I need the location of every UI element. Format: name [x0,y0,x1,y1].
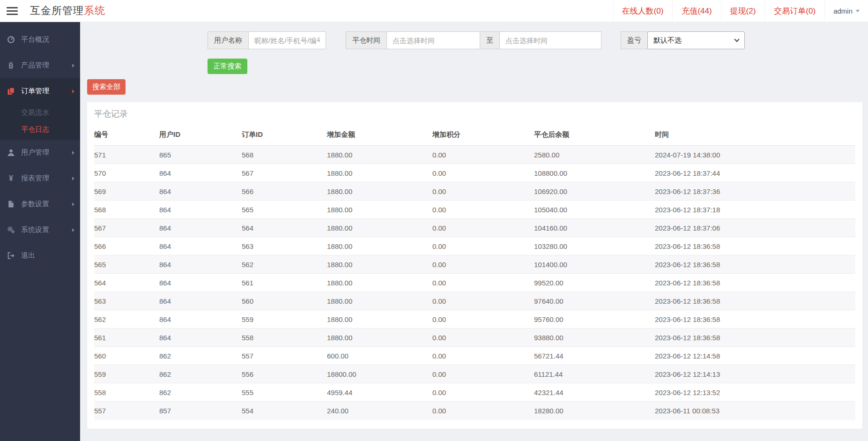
chevron-down-icon [734,37,739,42]
table-cell: 2023-06-11 00:08:53 [655,402,855,420]
column-header: 编号 [94,124,159,146]
close-time-start-input[interactable] [386,31,480,49]
table-cell: 0.00 [432,365,534,383]
withdraw-link[interactable]: 提现(2) [721,0,765,22]
sidebar-item-label: 报表管理 [21,174,72,183]
table-row: 5688645651880.000.00105040.002023-06-12 … [94,201,855,219]
submenu-arrow-icon [72,90,74,93]
submenu-arrow-icon [72,177,74,180]
table-cell: 2023-06-12 18:36:58 [655,274,855,292]
table-cell: 2023-06-12 18:37:36 [655,182,855,201]
table-cell: 559 [94,365,159,383]
table-cell: 108800.00 [534,164,655,182]
column-header: 用户ID [159,124,242,146]
table-cell: 2023-06-12 18:36:58 [655,255,855,274]
table-cell: 865 [159,146,242,164]
user-icon [7,149,15,157]
menu-toggle-icon[interactable] [7,7,18,15]
admin-dropdown[interactable]: admin [824,0,868,22]
table-cell: 864 [159,164,242,182]
profit-filter-group: 盈亏 默认不选 [621,31,745,49]
table-cell: 555 [242,383,327,402]
table-cell: 864 [159,219,242,237]
table-cell: 0.00 [432,292,534,310]
table-row: 557857554240.000.0018280.002023-06-11 00… [94,402,855,420]
sidebar-item-order-management[interactable]: 订单管理 [0,78,80,104]
table-cell: 864 [159,329,242,347]
table-cell: 0.00 [432,383,534,402]
search-all-button[interactable]: 搜索全部 [87,79,126,95]
table-row: 5618645581880.000.0093880.002023-06-12 1… [94,329,855,347]
table-cell: 1880.00 [327,182,432,201]
table-row: 5678645641880.000.00104160.002023-06-12 … [94,219,855,237]
table-cell: 862 [159,383,242,402]
sidebar-item-parameter-settings[interactable]: 参数设置 [0,191,80,217]
table-cell: 2023-06-12 18:36:58 [655,237,855,255]
table-cell: 2024-07-19 14:38:00 [655,146,855,164]
table-cell: 56721.44 [534,347,655,365]
table-cell: 0.00 [432,237,534,255]
online-users-link[interactable]: 在线人数(0) [613,0,673,22]
table-cell: 2023-06-12 18:37:44 [655,164,855,182]
table-cell: 554 [242,402,327,420]
trade-orders-link[interactable]: 交易订单(0) [764,0,824,22]
sidebar-item-label: 产品管理 [21,61,72,70]
table-cell: 556 [242,365,327,383]
sidebar-item-system-settings[interactable]: 系统设置 [0,217,80,243]
sidebar-group-order-management: 订单管理 交易流水 平仓日志 [0,78,80,140]
table-cell: 1880.00 [327,237,432,255]
table-header-row: 编号 用户ID 订单ID 增加金额 增加积分 平仓后余额 时间 [94,124,855,146]
table-row: 5648645611880.000.0099520.002023-06-12 1… [94,274,855,292]
table-cell: 1880.00 [327,201,432,219]
username-input[interactable] [248,31,326,49]
main-content: 用户名称 平仓时间 至 盈亏 默认不选 正常搜索 搜索全部 平仓记录 [80,22,868,441]
close-time-filter-group: 平仓时间 至 [346,31,601,49]
table-cell: 567 [242,164,327,182]
table-cell: 864 [159,292,242,310]
to-label: 至 [480,31,500,49]
profit-select[interactable]: 默认不选 [647,31,745,49]
sidebar-item-product-management[interactable]: B 产品管理 [0,52,80,78]
submenu-arrow-icon [72,228,74,232]
table-cell: 562 [94,310,159,329]
table-cell: 557 [242,347,327,365]
table-cell: 0.00 [432,310,534,329]
normal-search-button[interactable]: 正常搜索 [208,59,247,74]
table-cell: 103280.00 [534,237,655,255]
table-row: 5718655681880.000.002580.002024-07-19 14… [94,146,855,164]
table-cell: 565 [242,201,327,219]
header-links: 在线人数(0) 充值(44) 提现(2) 交易订单(0) admin [613,0,868,22]
table-cell: 563 [242,237,327,255]
sidebar-subitem-close-position-log[interactable]: 平仓日志 [0,121,80,138]
submenu-arrow-icon [72,64,74,67]
sidebar-item-platform-overview[interactable]: 平台概况 [0,27,80,52]
records-panel: 平仓记录 编号 用户ID 订单ID 增加金额 增加积分 平仓后余额 时间 [87,102,862,429]
panel-title: 平仓记录 [87,102,862,124]
chevron-down-icon [856,10,860,12]
app-window: 互金所管理系统 在线人数(0) 充值(44) 提现(2) 交易订单(0) adm… [0,0,868,441]
table-cell: 566 [242,182,327,201]
sidebar-item-report-management[interactable]: ¥ 报表管理 [0,165,80,191]
close-time-end-input[interactable] [499,31,601,49]
table-cell: 1880.00 [327,329,432,347]
table-cell: 564 [94,274,159,292]
sidebar-subitem-trade-flow[interactable]: 交易流水 [0,104,80,121]
table-cell: 562 [242,255,327,274]
table-row: 5628645591880.000.0095760.002023-06-12 1… [94,310,855,329]
table-row: 5668645631880.000.00103280.002023-06-12 … [94,237,855,255]
sidebar-item-logout[interactable]: 退出 [0,243,80,269]
sidebar-item-user-management[interactable]: 用户管理 [0,140,80,165]
close-time-label: 平仓时间 [346,31,387,49]
table-cell: 564 [242,219,327,237]
table-cell: 240.00 [327,402,432,420]
svg-text:B: B [9,62,14,69]
column-header: 增加金额 [327,124,432,146]
table-cell: 0.00 [432,182,534,201]
recharge-link[interactable]: 充值(44) [672,0,720,22]
table-cell: 18800.00 [327,365,432,383]
table-cell: 600.00 [327,347,432,365]
table-cell: 558 [242,329,327,347]
table-row: 5658645621880.000.00101400.002023-06-12 … [94,255,855,274]
table-cell: 566 [94,237,159,255]
table-cell: 42321.44 [534,383,655,402]
